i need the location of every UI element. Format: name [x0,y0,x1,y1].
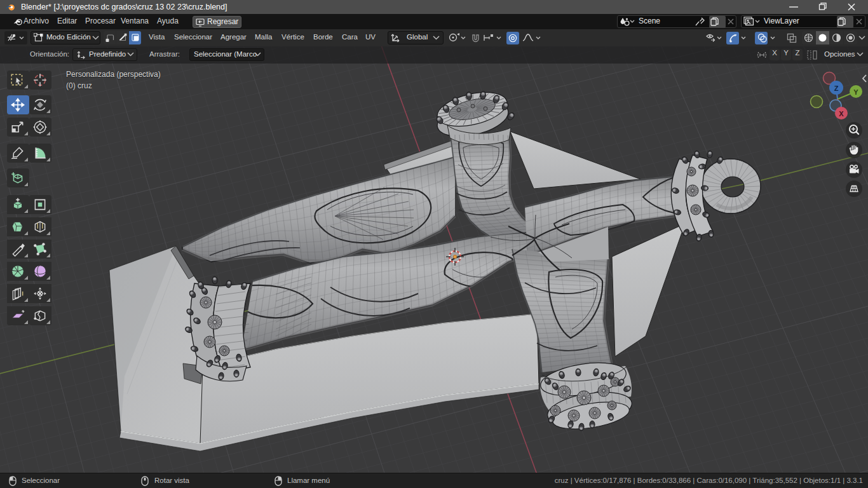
svg-text:Y: Y [853,88,858,96]
svg-text:X: X [839,110,844,118]
svg-text:Z: Z [834,85,839,92]
